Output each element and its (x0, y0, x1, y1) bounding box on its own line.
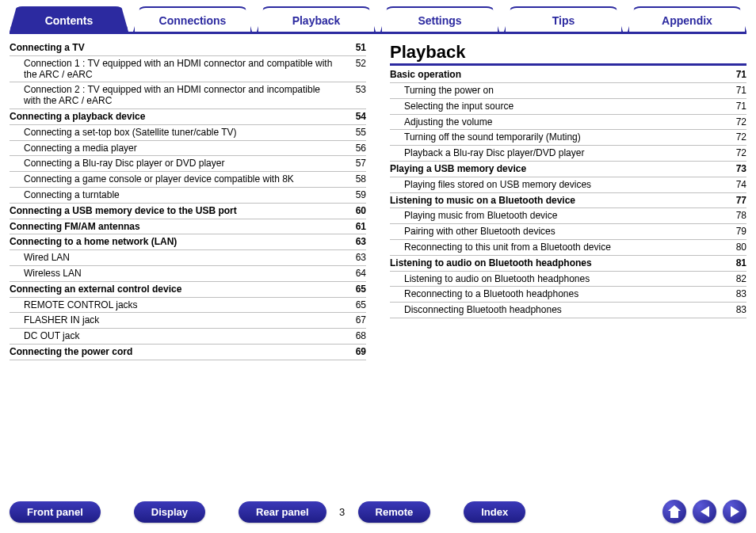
nav-label: Index (481, 506, 508, 518)
toc-heading[interactable]: Basic operation71 (390, 67, 746, 83)
toc-page: 73 (718, 164, 746, 175)
toc-page: 55 (338, 128, 366, 139)
tab-label: Contents (45, 14, 94, 27)
toc-subitem[interactable]: Disconnecting Bluetooth headphones83 (390, 303, 746, 318)
toc-page: 65 (338, 284, 366, 295)
toc-title: Listening to music on a Bluetooth device (390, 196, 718, 207)
nav-label: Remote (376, 506, 414, 518)
toc-page: 74 (718, 180, 746, 191)
tab-connections[interactable]: Connections (133, 6, 252, 32)
toc-title: Connecting the power cord (10, 347, 338, 358)
home-icon (668, 505, 681, 518)
toc-title: Connecting a turntable (10, 190, 338, 201)
toc-title: Playing a USB memory device (390, 164, 718, 175)
tab-appendix[interactable]: Appendix (628, 6, 746, 32)
toc-title: Connecting a game console or player devi… (10, 174, 338, 185)
toc-heading[interactable]: Connecting a playback device54 (10, 109, 366, 125)
nav-front-panel[interactable]: Front panel (10, 501, 101, 523)
prev-page-button[interactable] (693, 500, 716, 523)
toc-page: 77 (718, 196, 746, 207)
toc-heading[interactable]: Listening to music on a Bluetooth device… (390, 193, 746, 209)
toc-title: Connecting a Blu-ray Disc player or DVD … (10, 158, 338, 169)
toc-subitem[interactable]: Wired LAN63 (10, 250, 366, 266)
toc-subitem[interactable]: REMOTE CONTROL jacks65 (10, 298, 366, 314)
toc-subitem[interactable]: Playing files stored on USB memory devic… (390, 177, 746, 193)
toc-page: 71 (718, 101, 746, 112)
toc-page: 54 (338, 112, 366, 123)
toc-subitem[interactable]: Connecting a set-top box (Satellite tune… (10, 125, 366, 141)
toc-page: 61 (338, 222, 366, 233)
tab-playback[interactable]: Playback (257, 6, 376, 32)
toc-title: Connection 1 : TV equipped with an HDMI … (10, 59, 338, 81)
nav-rear-panel[interactable]: Rear panel (239, 501, 326, 523)
toc-subitem[interactable]: Turning off the sound temporarily (Mutin… (390, 130, 746, 146)
toc-page: 60 (338, 206, 366, 217)
toc-subitem[interactable]: Connecting a media player56 (10, 141, 366, 157)
tab-contents[interactable]: Contents (10, 6, 128, 32)
toc-page: 51 (338, 43, 366, 54)
toc-page: 81 (718, 258, 746, 269)
toc-heading[interactable]: Playing a USB memory device73 (390, 162, 746, 177)
toc-title: Connecting a playback device (10, 112, 338, 123)
toc-title: REMOTE CONTROL jacks (10, 300, 338, 311)
toc-title: Connecting a USB memory device to the US… (10, 206, 338, 217)
toc-heading[interactable]: Connecting the power cord69 (10, 345, 366, 360)
toc-subitem[interactable]: Wireless LAN64 (10, 266, 366, 282)
toc-subitem[interactable]: Connecting a Blu-ray Disc player or DVD … (10, 156, 366, 172)
nav-index[interactable]: Index (464, 501, 525, 523)
top-tab-bar: Contents Connections Playback Settings T… (10, 6, 746, 34)
toc-page: 78 (718, 211, 746, 222)
bottom-nav: Front panel Display Rear panel 3 Remote … (10, 500, 746, 523)
tab-label: Playback (292, 14, 341, 27)
toc-page: 65 (338, 300, 366, 311)
nav-display[interactable]: Display (134, 501, 205, 523)
toc-title: Connecting to a home network (LAN) (10, 237, 338, 248)
toc-subitem[interactable]: DC OUT jack68 (10, 329, 366, 345)
toc-subitem[interactable]: Pairing with other Bluetooth devices79 (390, 224, 746, 240)
toc-subitem[interactable]: Playback a Blu-ray Disc player/DVD playe… (390, 146, 746, 162)
toc-subitem[interactable]: Selecting the input source71 (390, 99, 746, 115)
toc-subitem[interactable]: Connection 2 : TV equipped with an HDMI … (10, 82, 366, 109)
toc-title: Connection 2 : TV equipped with an HDMI … (10, 85, 338, 107)
tab-settings[interactable]: Settings (380, 6, 499, 32)
toc-title: Adjusting the volume (390, 117, 718, 128)
toc-subitem[interactable]: Adjusting the volume72 (390, 115, 746, 131)
toc-page: 71 (718, 86, 746, 97)
nav-remote[interactable]: Remote (358, 501, 431, 523)
toc-title: Disconnecting Bluetooth headphones (390, 305, 718, 316)
nav-label: Front panel (27, 506, 83, 518)
toc-subitem[interactable]: Turning the power on71 (390, 83, 746, 99)
toc-subitem[interactable]: Connecting a game console or player devi… (10, 172, 366, 188)
toc-page: 63 (338, 237, 366, 248)
toc-heading[interactable]: Connecting to a home network (LAN)63 (10, 234, 366, 250)
tab-label: Connections (159, 14, 227, 27)
toc-subitem[interactable]: Listening to audio on Bluetooth headphon… (390, 272, 746, 287)
toc-page: 80 (718, 242, 746, 253)
toc-subitem[interactable]: Connecting a turntable59 (10, 188, 366, 204)
toc-heading[interactable]: Listening to audio on Bluetooth headphon… (390, 256, 746, 272)
toc-subitem[interactable]: Reconnecting to this unit from a Bluetoo… (390, 240, 746, 256)
nav-label: Display (151, 506, 188, 518)
toc-subitem[interactable]: FLASHER IN jack67 (10, 313, 366, 329)
toc-page: 67 (338, 315, 366, 326)
toc-page: 68 (338, 331, 366, 342)
toc-heading[interactable]: Connecting an external control device65 (10, 282, 366, 298)
toc-subitem[interactable]: Reconnecting to a Bluetooth headphones83 (390, 287, 746, 303)
toc-title: Selecting the input source (390, 101, 718, 112)
tab-tips[interactable]: Tips (504, 6, 623, 32)
page-number: 3 (326, 506, 358, 518)
home-button[interactable] (662, 500, 686, 523)
toc-page: 64 (338, 268, 366, 280)
toc-subitem[interactable]: Connection 1 : TV equipped with an HDMI … (10, 56, 366, 83)
toc-heading[interactable]: Connecting a USB memory device to the US… (10, 204, 366, 219)
toc-page: 72 (718, 117, 746, 128)
toc-title: Turning off the sound temporarily (Mutin… (390, 132, 718, 143)
toc-page: 72 (718, 148, 746, 159)
toc-heading[interactable]: Connecting FM/AM antennas61 (10, 219, 366, 235)
toc-subitem[interactable]: Playing music from Bluetooth device78 (390, 208, 746, 224)
next-page-button[interactable] (723, 500, 746, 523)
toc-title: Listening to audio on Bluetooth headphon… (390, 274, 718, 285)
toc-title: Connecting a set-top box (Satellite tune… (10, 128, 338, 139)
toc-heading[interactable]: Connecting a TV51 (10, 40, 366, 56)
toc-page: 58 (338, 174, 366, 185)
